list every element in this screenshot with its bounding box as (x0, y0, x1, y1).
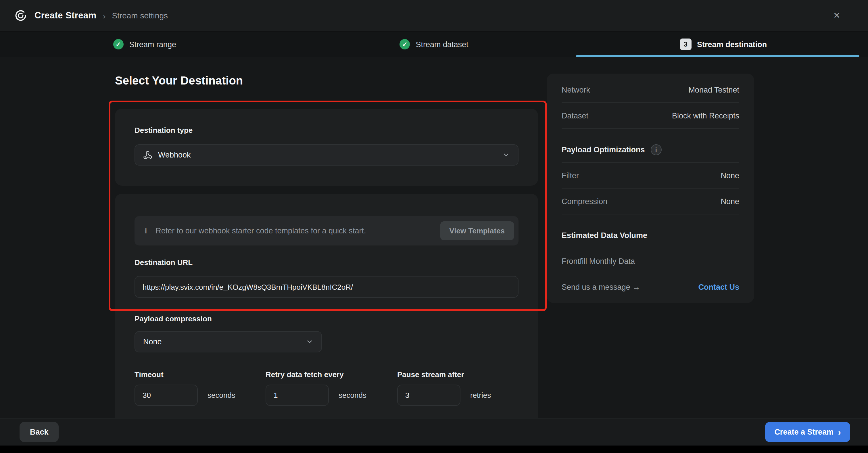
step-label: Stream destination (697, 40, 767, 49)
pause-unit: retries (470, 391, 491, 399)
timeout-field: Timeout seconds (134, 370, 236, 406)
pause-label: Pause stream after (397, 370, 491, 379)
timeout-input[interactable] (134, 385, 198, 406)
step-stream-dataset[interactable]: ✓ Stream dataset (289, 32, 579, 57)
payload-compression-value: None (143, 337, 162, 346)
frontfill-label: Frontfill Monthly Data (562, 257, 635, 265)
timeout-unit: seconds (208, 391, 236, 399)
step-stream-destination[interactable]: 3 Stream destination (579, 32, 868, 57)
check-icon: ✓ (400, 39, 410, 50)
compression-label: Compression (562, 197, 607, 206)
destination-url-input[interactable] (134, 276, 519, 298)
step-bar: ✓ Stream range ✓ Stream dataset 3 Stream… (0, 32, 868, 58)
summary-row-network: Network Monad Testnet (562, 77, 739, 103)
chevron-down-icon (306, 338, 313, 345)
create-stream-modal: Create Stream › Stream settings ✕ ✓ Stre… (0, 0, 868, 453)
timeout-label: Timeout (134, 370, 236, 379)
main-content: Select Your Destination Destination type… (0, 57, 868, 418)
contact-us-link[interactable]: Contact Us (698, 282, 739, 291)
step-label: Stream range (129, 40, 177, 49)
info-icon: i (145, 227, 147, 235)
page-heading: Select Your Destination (115, 74, 243, 87)
pause-input[interactable] (397, 385, 460, 406)
retry-unit: seconds (339, 391, 367, 399)
webhook-icon (143, 150, 152, 159)
estimated-data-volume-title: Estimated Data Volume (562, 222, 739, 248)
compression-value: None (720, 197, 739, 206)
section-gap (562, 214, 739, 222)
bottom-strip (0, 446, 868, 453)
destination-config-card: i Refer to our webhook starter code temp… (115, 194, 538, 418)
dataset-label: Dataset (562, 111, 588, 120)
close-icon[interactable]: ✕ (831, 8, 843, 23)
summary-row-compression: Compression None (562, 188, 739, 214)
info-icon[interactable]: i (651, 144, 662, 155)
pause-field: Pause stream after retries (397, 370, 491, 406)
destination-type-select[interactable]: Webhook (134, 144, 519, 165)
chevron-right-icon: › (838, 428, 841, 436)
destination-url-label: Destination URL (134, 258, 192, 267)
summary-row-dataset: Dataset Block with Receipts (562, 103, 739, 129)
section-gap (562, 129, 739, 137)
estimated-data-volume-text: Estimated Data Volume (562, 231, 647, 239)
check-icon: ✓ (113, 39, 124, 50)
destination-type-value: Webhook (158, 151, 191, 159)
retry-field: Retry data fetch every seconds (266, 370, 367, 406)
dataset-value: Block with Receipts (672, 111, 739, 120)
step-number-badge: 3 (680, 38, 691, 50)
network-label: Network (562, 85, 590, 94)
chevron-down-icon (502, 151, 510, 159)
contact-message: Send us a message → (562, 282, 640, 291)
step-stream-range[interactable]: ✓ Stream range (0, 32, 289, 57)
filter-value: None (720, 171, 739, 180)
summary-row-frontfill: Frontfill Monthly Data (562, 248, 739, 274)
summary-row-filter: Filter None (562, 163, 739, 188)
footer: Back Create a Stream › (0, 418, 868, 446)
retry-label: Retry data fetch every (266, 370, 367, 379)
back-button[interactable]: Back (20, 422, 59, 442)
filter-label: Filter (562, 171, 579, 180)
network-value: Monad Testnet (688, 85, 739, 94)
view-templates-button[interactable]: View Templates (440, 221, 514, 240)
info-banner-text: Refer to our webhook starter code templa… (155, 227, 431, 235)
breadcrumb: Stream settings (112, 11, 168, 20)
retry-input[interactable] (266, 385, 329, 406)
create-stream-button[interactable]: Create a Stream › (765, 422, 850, 442)
payload-compression-label: Payload compression (134, 314, 212, 323)
create-stream-label: Create a Stream (774, 428, 834, 436)
page-title: Create Stream (34, 10, 96, 21)
destination-type-label: Destination type (134, 126, 192, 134)
breadcrumb-separator-icon: › (103, 11, 105, 21)
destination-type-card: Destination type Webhook (115, 109, 538, 186)
header: Create Stream › Stream settings ✕ (0, 0, 868, 32)
info-banner: i Refer to our webhook starter code temp… (134, 216, 519, 245)
step-label: Stream dataset (415, 40, 468, 49)
payload-optimizations-title: Payload Optimizations i (562, 137, 739, 163)
summary-row-contact: Send us a message → Contact Us (562, 274, 739, 300)
payload-optimizations-text: Payload Optimizations (562, 145, 645, 154)
app-logo-icon (14, 9, 28, 23)
payload-compression-select[interactable]: None (134, 331, 322, 353)
stream-summary-panel: Network Monad Testnet Dataset Block with… (547, 73, 754, 303)
